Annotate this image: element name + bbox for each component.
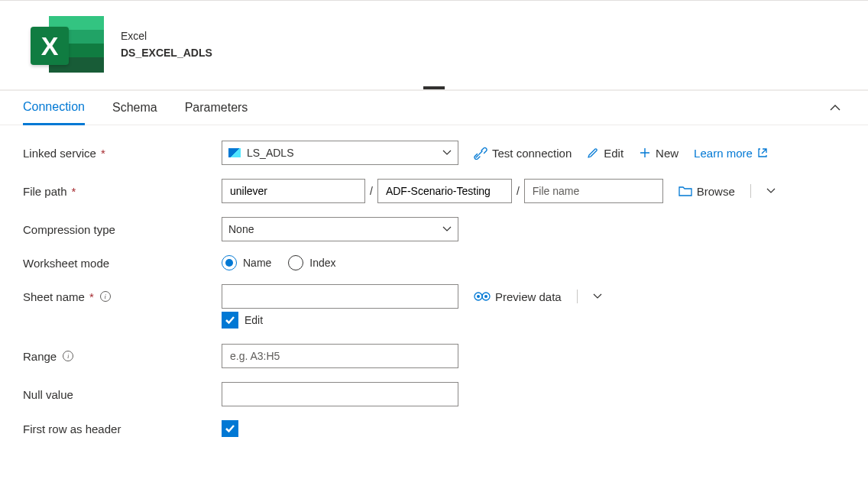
browse-button[interactable]: Browse [679,185,735,198]
sheet-name-edit-checkbox[interactable] [222,312,238,329]
label-range: Range i [23,350,222,363]
dataset-panel: X Excel DS_EXCEL_ADLS Connection Schema … [0,0,868,466]
excel-icon: X [26,13,110,76]
first-row-header-checkbox[interactable] [222,420,238,437]
check-icon [225,316,235,325]
path-separator: / [517,185,520,197]
preview-data-dropdown-button[interactable] [593,293,602,299]
tab-parameters[interactable]: Parameters [185,92,248,124]
worksheet-mode-group: Name Index [222,255,336,270]
compression-type-select[interactable]: None [222,217,458,241]
info-icon[interactable]: i [63,351,73,361]
dataset-name: DS_EXCEL_ADLS [121,47,212,59]
radio-icon [222,255,237,270]
worksheet-mode-name-radio[interactable]: Name [222,255,271,270]
null-value-input[interactable] [222,382,458,406]
path-separator: / [370,185,373,197]
chevron-down-icon [442,150,452,156]
info-icon[interactable]: i [100,291,111,302]
chevron-up-icon [830,105,840,111]
label-sheet-name: Sheet name* i [23,290,222,303]
chevron-down-icon [593,293,602,299]
folder-icon [679,186,692,196]
compression-type-value: None [228,223,254,235]
linked-service-value: LS_ADLS [247,147,293,159]
browse-dropdown-button[interactable] [766,188,776,194]
file-container-input[interactable] [222,179,365,203]
divider [750,184,751,198]
file-directory-input[interactable] [377,179,512,203]
divider [577,290,578,303]
label-compression-type: Compression type [23,223,222,236]
linked-service-select[interactable]: LS_ADLS [222,141,458,165]
chevron-down-icon [766,188,776,194]
check-icon [225,424,235,433]
test-connection-button[interactable]: Test connection [474,146,572,160]
label-null-value: Null value [23,388,222,401]
sheet-name-edit-label: Edit [245,314,263,326]
preview-data-button[interactable]: Preview data [474,290,562,303]
linked-service-type-icon [228,148,241,157]
radio-icon [288,255,303,270]
new-linked-service-button[interactable]: New [639,147,679,160]
plus-icon [639,147,651,159]
external-link-icon [757,147,768,158]
dataset-header: X Excel DS_EXCEL_ADLS [0,1,868,89]
label-first-row-header: First row as header [23,422,222,435]
tab-schema[interactable]: Schema [112,92,157,124]
file-name-input[interactable] [524,179,663,203]
label-file-path: File path* [23,185,222,198]
label-worksheet-mode: Worksheet mode [23,257,222,270]
tab-bar: Connection Schema Parameters [0,89,868,125]
dataset-type-label: Excel [121,30,212,42]
test-connection-icon [474,146,487,160]
learn-more-link[interactable]: Learn more [694,147,768,160]
edit-linked-service-button[interactable]: Edit [587,147,623,160]
sheet-name-input[interactable] [222,284,458,309]
chevron-down-icon [442,226,452,232]
collapse-panel-button[interactable] [825,97,845,118]
svg-point-1 [477,295,480,298]
connection-form: Linked service* LS_ADLS Test connection [0,125,868,466]
tab-connection[interactable]: Connection [23,91,85,125]
preview-icon [474,292,491,301]
svg-point-3 [484,295,487,298]
range-input[interactable] [222,344,458,368]
label-linked-service: Linked service* [23,147,222,160]
pencil-icon [587,147,599,159]
worksheet-mode-index-radio[interactable]: Index [288,255,335,270]
